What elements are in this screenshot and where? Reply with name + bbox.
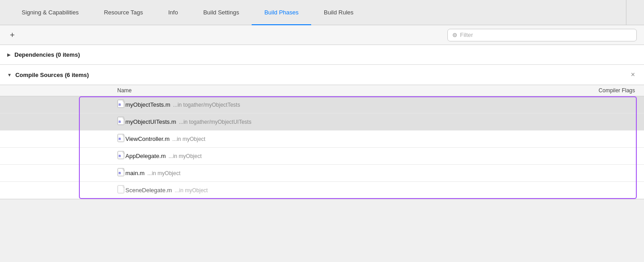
- column-flags-label: Compiler Flags: [598, 87, 635, 94]
- file-icon-m-3: m: [117, 134, 125, 144]
- compile-sources-header[interactable]: ▼ Compile Sources (6 items) ×: [0, 65, 644, 85]
- tab-resource-tags[interactable]: Resource Tags: [91, 0, 155, 25]
- filter-input[interactable]: [460, 32, 632, 38]
- table-row[interactable]: SceneDelegate.m ...in myObject: [0, 182, 644, 199]
- svg-text:m: m: [119, 103, 121, 107]
- compile-sources-title: Compile Sources (6 items): [15, 72, 89, 78]
- file-name-1: myObjectTests.m: [125, 101, 170, 108]
- column-name-label: Name: [117, 87, 598, 94]
- compile-sources-collapse-icon: ▼: [7, 72, 12, 77]
- filter-box: ⊜: [447, 29, 637, 41]
- compile-sources-section: ▼ Compile Sources (6 items) × Name Compi…: [0, 65, 644, 199]
- svg-text:m: m: [119, 137, 121, 141]
- compile-sources-close-button[interactable]: ×: [629, 71, 637, 78]
- file-name-5: main.m: [125, 170, 145, 176]
- file-name-4: AppDelegate.m: [125, 153, 166, 159]
- tab-bar: Signing & Capabilities Resource Tags Inf…: [0, 0, 644, 25]
- file-icon-m-5: m: [117, 168, 125, 178]
- file-icon-m-2: m: [117, 117, 125, 127]
- svg-text:m: m: [119, 154, 121, 158]
- dependencies-title: Dependencies (0 items): [14, 51, 80, 58]
- file-path-1: ...in togather/myObjectTests: [173, 102, 240, 108]
- table-header: Name Compiler Flags: [0, 85, 644, 96]
- file-icon-m: m: [117, 99, 125, 110]
- tab-build-rules[interactable]: Build Rules: [311, 0, 366, 25]
- toolbar: + ⊜: [0, 25, 644, 45]
- file-path-5: ...in myObject: [147, 170, 180, 176]
- tab-signing[interactable]: Signing & Capabilities: [9, 0, 91, 25]
- file-path-3: ...in myObject: [172, 136, 205, 142]
- file-path-4: ...in myObject: [169, 153, 202, 159]
- table-row[interactable]: m myObjectTests.m ...in togather/myObjec…: [0, 96, 644, 113]
- files-container: m myObjectTests.m ...in togather/myObjec…: [0, 96, 644, 199]
- file-icon-m-4: m: [117, 151, 125, 161]
- svg-text:m: m: [119, 171, 121, 175]
- file-name-3: ViewController.m: [125, 136, 170, 142]
- dependencies-collapse-icon: ▶: [7, 52, 11, 57]
- dependencies-section: ▶ Dependencies (0 items): [0, 45, 644, 65]
- tab-bar-border: [626, 0, 635, 25]
- file-path-2: ...in togather/myObjectUITests: [179, 119, 252, 125]
- table-row[interactable]: m AppDelegate.m ...in myObject: [0, 148, 644, 165]
- filter-icon: ⊜: [452, 32, 457, 38]
- table-row[interactable]: m myObjectUITests.m ...in togather/myObj…: [0, 113, 644, 131]
- file-name-6: SceneDelegate.m: [125, 187, 172, 194]
- file-icon-m-6: [117, 185, 125, 195]
- add-button[interactable]: +: [7, 30, 18, 40]
- table-row[interactable]: m ViewController.m ...in myObject: [0, 131, 644, 148]
- tab-build-phases[interactable]: Build Phases: [252, 0, 311, 25]
- table-row[interactable]: m main.m ...in myObject: [0, 165, 644, 182]
- content: ▶ Dependencies (0 items) ▼ Compile Sourc…: [0, 45, 644, 199]
- file-path-6: ...in myObject: [175, 187, 207, 194]
- file-name-2: myObjectUITests.m: [125, 118, 176, 125]
- tab-info[interactable]: Info: [156, 0, 191, 25]
- dependencies-header[interactable]: ▶ Dependencies (0 items): [0, 45, 644, 64]
- tab-build-settings[interactable]: Build Settings: [191, 0, 252, 25]
- svg-text:m: m: [119, 120, 121, 124]
